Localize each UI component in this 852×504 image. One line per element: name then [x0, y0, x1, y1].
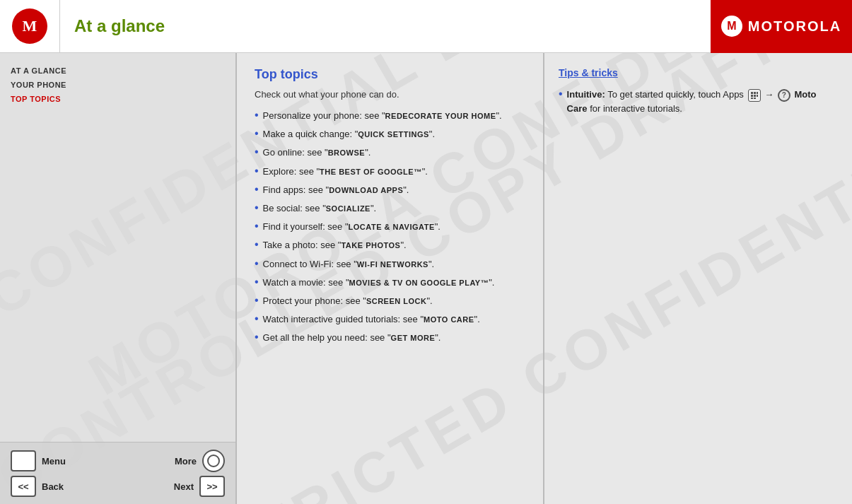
moto-care-circle-icon: ?: [778, 89, 790, 102]
bullet-icon: •: [255, 330, 259, 344]
sidebar-item-at-a-glance[interactable]: AT A GLANCE: [0, 64, 235, 78]
tips-bullet-icon: •: [559, 86, 563, 102]
topics-title: Top topics: [255, 67, 525, 82]
more-control: More: [175, 450, 225, 472]
more-label: More: [175, 456, 197, 467]
bullet-icon: •: [255, 145, 259, 158]
brand-header: M MOTOROLA: [711, 0, 852, 53]
list-item: • Find apps: see "DOWNLOAD APPS".: [255, 182, 525, 197]
bullet-icon: •: [255, 275, 259, 288]
list-item: • Make a quick change: "QUICK SETTINGS".: [255, 127, 525, 141]
svg-rect-2: [757, 92, 758, 94]
bullet-icon: •: [255, 182, 259, 196]
menu-label: Menu: [42, 456, 66, 467]
list-item: • Explore: see "THE BEST OF GOOGLE™".: [255, 164, 525, 178]
list-item: • Be social: see "SOCIALIZE".: [255, 201, 525, 215]
sidebar-item-your-phone[interactable]: YOUR PHONE: [0, 78, 235, 92]
content-area: AT A GLANCE YOUR PHONE TOP TOPICS Menu: [0, 53, 852, 504]
controls-row-2: << Back Next >>: [11, 476, 225, 497]
svg-rect-4: [754, 95, 756, 97]
list-item: • Watch interactive guided tutorials: se…: [255, 312, 525, 326]
bullet-icon: •: [255, 293, 259, 307]
right-panel: Tips & tricks • Intuitive: To get starte…: [544, 53, 852, 504]
tips-list: • Intuitive: To get started quickly, tou…: [559, 86, 838, 115]
apps-grid-icon: [748, 89, 761, 102]
next-label: Next: [174, 481, 194, 492]
list-item: • Protect your phone: see "SCREEN LOCK".: [255, 293, 525, 307]
bullet-icon: •: [255, 108, 259, 122]
bullet-icon: •: [255, 238, 259, 251]
svg-rect-5: [757, 95, 758, 97]
svg-rect-6: [751, 98, 753, 99]
bullet-icon: •: [255, 127, 259, 140]
tips-list-item: • Intuitive: To get started quickly, tou…: [559, 86, 838, 115]
back-button[interactable]: <<: [11, 476, 36, 497]
tip-text: Intuitive: To get started quickly, touch…: [567, 88, 838, 115]
tip-bold-label: Intuitive:: [567, 89, 605, 100]
bullet-icon: •: [255, 164, 259, 177]
more-button[interactable]: [202, 450, 225, 472]
bullet-icon: •: [255, 201, 259, 214]
next-button[interactable]: >>: [199, 476, 225, 497]
motorola-logo: M: [0, 0, 60, 53]
tips-title: Tips & tricks: [559, 67, 838, 78]
main-content: Top topics Check out what your phone can…: [237, 53, 544, 504]
brand-m-icon: M: [721, 16, 742, 37]
next-control: Next >>: [174, 476, 225, 497]
sidebar-nav: AT A GLANCE YOUR PHONE TOP TOPICS: [0, 53, 235, 442]
header: M At a glance M MOTOROLA: [0, 0, 852, 53]
list-item: • Connect to Wi-Fi: see "WI-FI NETWORKS"…: [255, 257, 525, 271]
motorola-circle-icon: M: [12, 8, 47, 44]
bullet-icon: •: [255, 219, 259, 233]
sidebar-controls: Menu More << Back Next: [0, 442, 235, 504]
menu-control: Menu: [11, 450, 66, 471]
page-title: At a glance: [60, 16, 165, 36]
list-item: • Watch a movie: see "MOVIES & TV ON GOO…: [255, 275, 525, 289]
list-item: • Take a photo: see "TAKE PHOTOS".: [255, 238, 525, 252]
controls-row-1: Menu More: [11, 450, 225, 472]
svg-rect-1: [754, 92, 756, 94]
svg-rect-3: [751, 95, 753, 97]
sidebar: AT A GLANCE YOUR PHONE TOP TOPICS Menu: [0, 53, 237, 504]
list-item: • Go online: see "BROWSE".: [255, 145, 525, 159]
svg-rect-7: [754, 98, 756, 99]
list-item: • Personalize your phone: see "REDECORAT…: [255, 108, 525, 122]
bullet-icon: •: [255, 257, 259, 270]
back-label: Back: [42, 481, 64, 492]
brand-logo: M MOTOROLA: [721, 16, 841, 37]
list-item: • Get all the help you need: see "GET MO…: [255, 330, 525, 344]
bullet-icon: •: [255, 312, 259, 325]
topics-subtitle: Check out what your phone can do.: [255, 89, 525, 100]
menu-button[interactable]: [11, 450, 36, 471]
topics-section: Top topics Check out what your phone can…: [237, 53, 543, 504]
svg-rect-0: [751, 92, 753, 94]
back-control: << Back: [11, 476, 64, 497]
more-circle-icon: [207, 455, 220, 467]
sidebar-item-top-topics[interactable]: TOP TOPICS: [0, 92, 235, 106]
list-item: • Find it yourself: see "LOCATE & NAVIGA…: [255, 219, 525, 233]
topics-list: • Personalize your phone: see "REDECORAT…: [255, 108, 525, 344]
page: M At a glance M MOTOROLA AT A GLANCE YOU…: [0, 0, 852, 504]
brand-name: MOTOROLA: [748, 18, 841, 35]
